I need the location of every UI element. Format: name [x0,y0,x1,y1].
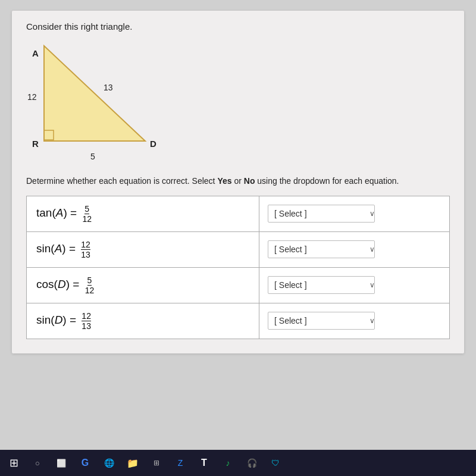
headphones-icon[interactable]: 🎧 [243,454,261,472]
vertex-A-label: A [32,48,39,58]
svg-marker-0 [44,46,145,141]
equation-text-3: cos(D) = 5 12 [36,278,94,290]
select-wrapper-2: [ Select ] Yes No [268,240,381,258]
select-cell-3: [ Select ] Yes No [259,267,450,303]
side-bottom-label: 5 [90,152,95,161]
equation-cell-3: cos(D) = 5 12 [27,267,259,303]
music-icon[interactable]: ♪ [219,454,237,472]
numerator-2: 12 [81,240,90,250]
select-eq4[interactable]: [ Select ] Yes No [268,312,375,330]
select-wrapper-1: [ Select ] Yes No [268,205,381,223]
equation-text-4: sin(D) = 12 13 [36,314,91,326]
numerator-1: 5 [84,205,89,214]
fraction-4: 12 13 [82,312,91,330]
table-row: sin(A) = 12 13 [ Select ] Yes No [27,231,450,267]
triangle-diagram: A R D 12 13 5 [26,40,181,165]
side-left-label: 12 [27,92,37,102]
equation-text-2: sin(A) = 12 13 [36,242,90,255]
equation-cell-1: tan(A) = 5 12 [27,196,259,231]
fraction-1: 5 12 [82,205,92,223]
chrome-app-icon[interactable]: 🌐 [100,454,118,472]
folder-icon[interactable]: 📁 [124,454,142,472]
problem-title: Consider this right triangle. [26,21,450,32]
zoom-icon[interactable]: Z [171,454,189,472]
select-cell-4: [ Select ] Yes No [259,303,450,339]
side-hyp-label: 13 [104,83,113,92]
search-icon[interactable]: ○ [29,454,46,472]
numerator-3: 5 [87,276,92,286]
shield-icon[interactable]: 🛡 [267,454,284,472]
apps-icon[interactable]: ⊞ [148,454,165,472]
instructions-text: Determine whether each equation is corre… [26,176,450,187]
fraction-3: 5 12 [85,276,95,295]
vertex-R-label: R [32,139,39,149]
denominator-2: 13 [81,250,90,259]
select-eq1[interactable]: [ Select ] Yes No [268,205,375,223]
table-row: tan(A) = 5 12 [ Select ] Yes No [27,196,450,231]
select-wrapper-4: [ Select ] Yes No [268,312,381,330]
vertex-D-label: D [150,139,156,149]
t-icon[interactable]: T [195,454,213,472]
taskbar: ⊞ ○ ⬜ G 🌐 📁 ⊞ Z T ♪ 🎧 🛡 [0,450,476,476]
chrome-icon[interactable]: G [76,454,94,472]
denominator-4: 13 [82,321,91,330]
select-wrapper-3: [ Select ] Yes No [268,276,381,294]
triangle-svg [26,40,163,159]
task-view-icon[interactable]: ⬜ [52,454,70,472]
select-eq2[interactable]: [ Select ] Yes No [268,240,375,258]
select-eq3[interactable]: [ Select ] Yes No [268,276,375,294]
table-row: cos(D) = 5 12 [ Select ] Yes No [27,267,450,303]
equation-text-1: tan(A) = 5 12 [36,206,92,219]
select-cell-1: [ Select ] Yes No [259,196,450,231]
equation-cell-2: sin(A) = 12 13 [27,231,259,267]
equations-table: tan(A) = 5 12 [ Select ] Yes No [26,196,450,339]
denominator-1: 12 [82,214,92,223]
table-row: sin(D) = 12 13 [ Select ] Yes No [27,303,450,339]
denominator-3: 12 [85,286,95,295]
windows-start-button[interactable]: ⊞ [5,454,23,472]
select-cell-2: [ Select ] Yes No [259,231,450,267]
fraction-2: 12 13 [81,240,90,259]
equation-cell-4: sin(D) = 12 13 [27,303,259,339]
numerator-4: 12 [82,312,91,321]
